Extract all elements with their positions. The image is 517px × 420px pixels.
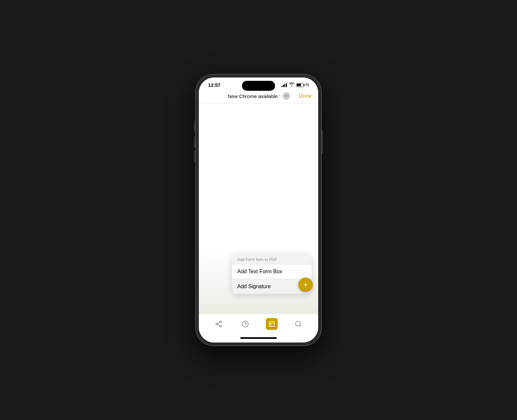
svg-line-6 — [300, 325, 301, 327]
nav-title: New Chrome available : — [228, 92, 290, 100]
popup-header: Add Form Item to PDF — [232, 254, 312, 264]
forms-icon — [268, 321, 275, 327]
bottom-toolbar — [199, 314, 318, 333]
nav-chevron-icon[interactable] — [283, 92, 290, 100]
status-time: 12:57 — [208, 82, 220, 88]
add-text-form-box-item[interactable]: Add Text Form Box — [232, 264, 312, 279]
search-icon — [295, 320, 302, 328]
annotate-icon — [242, 320, 249, 328]
share-icon — [215, 320, 222, 328]
home-indicator — [199, 333, 318, 342]
toolbar-annotate-button[interactable] — [239, 317, 252, 331]
dynamic-island — [242, 81, 275, 91]
phone-screen: 12:57 — [199, 78, 318, 342]
status-bar: 12:57 — [199, 78, 318, 90]
phone-frame: 12:57 — [196, 74, 321, 346]
signal-icon — [281, 83, 287, 87]
nav-bar: New Chrome available : Done — [199, 90, 318, 103]
forms-icon-bg — [266, 318, 278, 330]
fab-plus-icon: + — [304, 281, 308, 289]
toolbar-forms-button[interactable] — [265, 317, 278, 331]
status-icons: 71 — [281, 82, 309, 87]
battery-icon: 71 — [296, 83, 309, 87]
toolbar-search-button[interactable] — [292, 317, 305, 331]
battery-level: 71 — [305, 83, 309, 87]
home-bar — [240, 337, 277, 339]
nav-done-button[interactable]: Done — [299, 93, 312, 99]
toolbar-share-button[interactable] — [212, 317, 225, 331]
wifi-icon — [289, 82, 294, 87]
fab-button[interactable]: + — [298, 278, 313, 292]
main-content: Add Form Item to PDF Add Text Form Box A… — [199, 103, 318, 314]
svg-rect-2 — [269, 322, 274, 327]
